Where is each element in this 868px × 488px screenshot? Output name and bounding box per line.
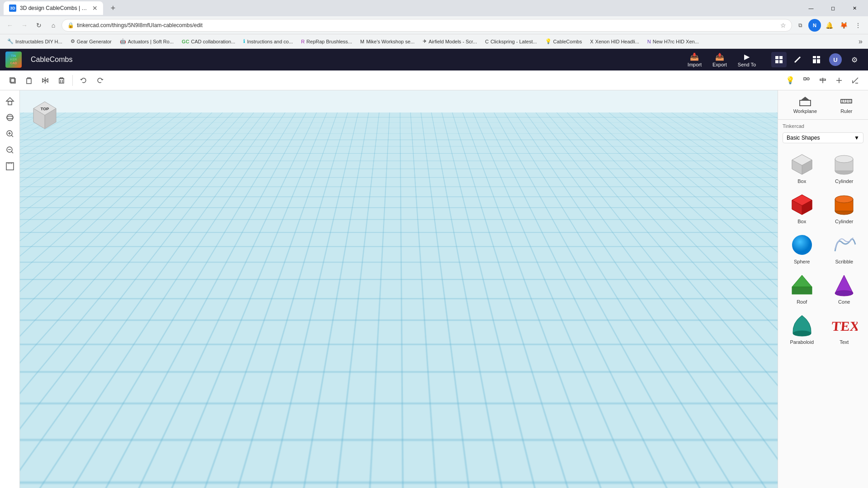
bookmark-reprap[interactable]: R RepRap Brushless... (297, 38, 356, 45)
bookmark-label: Clickspring - Latest... (491, 39, 537, 44)
send-to-button[interactable]: ▶ Send To (733, 51, 760, 69)
shape-cylinder-orange[interactable]: Cylinder (824, 189, 865, 227)
home-button[interactable]: ⌂ (47, 19, 60, 32)
shape-box-red[interactable]: Box (782, 189, 822, 227)
shape-text[interactable]: TEXT Text (824, 310, 865, 348)
firefox-button[interactable]: 🦊 (837, 19, 850, 32)
tab-close-button[interactable]: ✕ (92, 5, 98, 11)
measure-button[interactable] (848, 73, 863, 88)
bookmarks-more-button[interactable]: » (857, 37, 864, 47)
maximize-button[interactable]: ◻ (823, 1, 843, 15)
shape-box-grey[interactable]: Box (782, 149, 822, 187)
mirror-button[interactable] (38, 73, 52, 88)
svg-rect-60 (324, 269, 341, 277)
edit-grid-button[interactable]: Edit Grid (696, 478, 716, 483)
align-button[interactable] (816, 73, 830, 88)
grid-view-button[interactable] (771, 52, 787, 67)
workplane-button[interactable]: Workplane (786, 94, 824, 116)
shapes-grid: Box Cylinder (778, 147, 868, 350)
settings-button[interactable]: ⚙ (846, 52, 863, 68)
browser-tab[interactable]: 3D 3D design CableCombs | Tinker... ✕ (4, 1, 103, 15)
address-input[interactable]: 🔒 tinkercad.com/things/5N9I8mfUIam-cable… (61, 19, 792, 32)
new-tab-button[interactable]: + (107, 2, 119, 14)
svg-line-31 (11, 151, 13, 153)
bookmark-label: Airfield Models - Scr... (429, 39, 477, 44)
close-button[interactable]: ✕ (844, 1, 864, 15)
flip-button[interactable] (832, 73, 846, 88)
viewport[interactable]: TOP (20, 90, 778, 488)
address-bar: ← → ↻ ⌂ 🔒 tinkercad.com/things/5N9I8mfUI… (0, 16, 868, 34)
import-button[interactable]: 📥 Import (683, 51, 706, 69)
bookmark-clickspring[interactable]: C Clickspring - Latest... (481, 38, 541, 45)
panel-toggle-arrow[interactable]: › (674, 284, 685, 295)
bookmark-actuators[interactable]: 🤖 Actuators | Soft Ro... (116, 38, 177, 45)
shape-roof[interactable]: Roof (782, 269, 822, 308)
bookmark-instructables[interactable]: 🔧 Instructables DIY H... (4, 38, 66, 45)
svg-rect-72 (287, 286, 304, 294)
more-menu-button[interactable]: ⋮ (852, 19, 864, 32)
fit-view-button[interactable] (3, 159, 17, 174)
back-button[interactable]: ← (4, 19, 16, 32)
shape-cone[interactable]: Cone (824, 269, 865, 308)
svg-rect-84 (371, 286, 388, 294)
toolbar-right-tools: 💡 (783, 73, 863, 88)
bookmark-gear-generator[interactable]: ⚙ Gear Generator (67, 38, 115, 45)
minimize-button[interactable]: — (801, 1, 821, 15)
browser-action-buttons: ⧉ N 🔔 🦊 ⋮ (794, 19, 864, 32)
scribble-label: Scribble (835, 259, 853, 264)
bookmark-label: Mike's Workshop se... (366, 39, 415, 44)
svg-point-24 (7, 116, 13, 119)
zoom-in-button[interactable] (3, 127, 17, 141)
profile-button[interactable]: N (808, 19, 821, 32)
shape-category-dropdown[interactable]: Basic Shapes ▼ (783, 132, 863, 143)
bookmark-xenon[interactable]: X Xenon HID Headli... (586, 38, 643, 45)
shape-paraboloid[interactable]: Paraboloid (782, 310, 822, 348)
export-button[interactable]: 📤 Export (708, 51, 731, 69)
extensions-button[interactable]: ⧉ (794, 19, 807, 32)
undo-button[interactable] (76, 73, 91, 88)
user-profile-button[interactable]: U (827, 52, 844, 68)
svg-rect-80 (343, 286, 360, 294)
cylinder-grey-icon (830, 152, 858, 177)
bookmark-led[interactable]: 💡 CableCombs (542, 38, 586, 45)
orbit-button[interactable] (3, 110, 17, 125)
shape-scribble[interactable]: Scribble (824, 229, 865, 267)
cylinder-orange-label: Cylinder (835, 219, 853, 224)
bookmark-airfield[interactable]: ✈ Airfield Models - Scr... (419, 38, 481, 45)
ruler-button[interactable]: Ruler (833, 94, 860, 116)
browser-chrome: 3D 3D design CableCombs | Tinker... ✕ + … (0, 0, 868, 49)
bookmark-cad-collab[interactable]: GC CAD collaboration... (178, 38, 239, 45)
bookmark-instructions[interactable]: ℹ Instructions and co... (240, 38, 297, 45)
refresh-button[interactable]: ↻ (33, 19, 45, 32)
sphere-icon (788, 232, 816, 257)
notification-button[interactable]: 🔔 (823, 19, 835, 32)
tinkercad-label: Tinkercad (783, 123, 804, 129)
bookmark-h7rc[interactable]: N New H7rc HID Xen... (644, 38, 703, 45)
address-text: tinkercad.com/things/5N9I8mfUIam-cableco… (77, 22, 203, 28)
box-grey-icon (788, 152, 816, 177)
gallery-button[interactable] (808, 52, 825, 68)
bookmark-label: Instructables DIY H... (15, 39, 62, 44)
shape-sphere[interactable]: Sphere (782, 229, 822, 267)
scribble-icon (830, 232, 858, 257)
svg-rect-100 (347, 304, 364, 311)
delete-button[interactable] (54, 73, 69, 88)
zoom-out-button[interactable] (3, 143, 17, 157)
snap-value-selector[interactable]: 1.0 mm ▼ (744, 476, 774, 484)
bookmark-mikes[interactable]: M Mike's Workshop se... (357, 38, 418, 45)
redo-button[interactable] (93, 73, 107, 88)
home-view-button[interactable] (3, 94, 17, 108)
bookmark-star[interactable]: ☆ (780, 22, 786, 29)
view-cube[interactable]: TOP (29, 99, 61, 131)
copy-button[interactable] (5, 73, 20, 88)
svg-text:TOP: TOP (41, 107, 49, 111)
forward-button[interactable]: → (18, 19, 31, 32)
shape-cylinder-grey[interactable]: Cylinder (824, 149, 865, 187)
main-content: TOP (0, 90, 868, 488)
bookmark-label: RepRap Brushless... (307, 39, 352, 44)
paste-button[interactable] (22, 73, 36, 88)
shape-tool-button[interactable] (799, 73, 814, 88)
light-button[interactable]: 💡 (783, 73, 797, 88)
edit-view-button[interactable] (789, 52, 806, 68)
svg-rect-4 (813, 56, 816, 58)
